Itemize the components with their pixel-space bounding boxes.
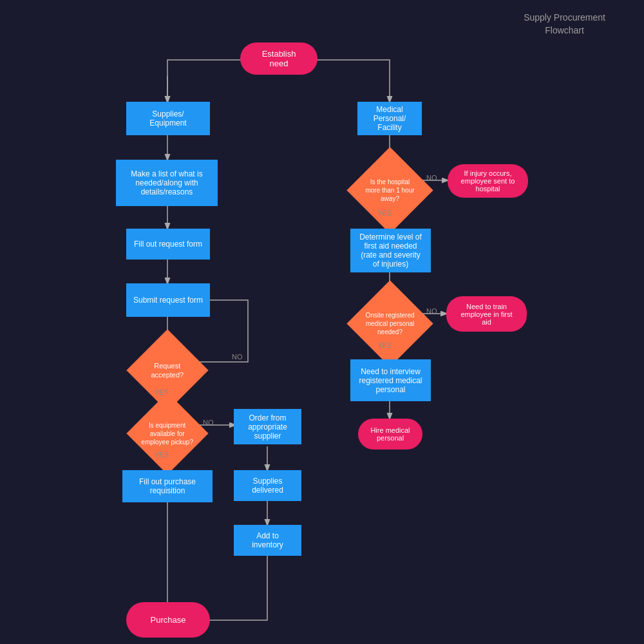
add-inventory-node: Add to inventory [234, 525, 301, 556]
onsite-no-label: NO [426, 307, 437, 315]
medical-facility-node: Medical Personal/ Facility [357, 102, 422, 135]
establish-need-node: Establish need [240, 43, 317, 75]
determine-level-node: Determine level of first aid needed (rat… [350, 229, 431, 272]
equipment-available-diamond: Is equipment available for employee pick… [126, 392, 208, 474]
equipment-yes-label: YES [155, 451, 169, 459]
purchase-node: Purchase [126, 602, 210, 638]
onsite-yes-label: YES [377, 341, 392, 349]
hospital-hour-diamond: Is the hospital more than 1 hour away? [346, 147, 433, 233]
submit-request-node: Submit request form [126, 283, 210, 317]
need-train-node: Need to train employee in first aid [446, 296, 527, 332]
hospital-no-label: NO [426, 174, 437, 182]
injury-hospital-node: If injury occurs, employee sent to hospi… [448, 164, 528, 198]
request-no-label: NO [232, 353, 243, 361]
supplies-equipment-node: Supplies/ Equipment [126, 102, 210, 135]
hire-medical-node: Hire medical personal [358, 419, 422, 450]
chart-title: Supply Procurement Flowchart [524, 12, 605, 37]
need-interview-node: Need to interview registered medical per… [350, 359, 431, 401]
fill-request-node: Fill out request form [126, 229, 210, 260]
equipment-no-label: NO [203, 419, 214, 426]
fill-purchase-node: Fill out purchase requisition [122, 470, 213, 502]
connectors [0, 0, 644, 644]
make-list-node: Make a list of what is needed/along with… [116, 160, 218, 206]
flowchart: Supply Procurement Flowchart [0, 0, 644, 644]
order-supplier-node: Order from appropriate supplier [234, 409, 301, 444]
supplies-delivered-node: Supplies delivered [234, 470, 301, 501]
onsite-registered-diamond: Onsite registered medical personal neede… [346, 280, 433, 366]
hospital-yes-label: YES [377, 209, 392, 217]
